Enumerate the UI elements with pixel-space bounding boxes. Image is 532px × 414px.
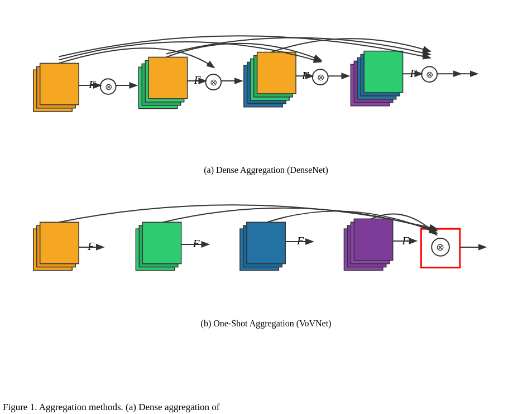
svg-text:F: F [402,234,410,247]
svg-text:F: F [301,69,309,81]
svg-text:F: F [87,240,95,252]
svg-text:⊗: ⊗ [436,242,444,253]
svg-text:⊗: ⊗ [105,82,112,92]
svg-text:F: F [296,234,304,247]
svg-text:F: F [193,237,200,249]
diagram-a: F ⊗ F ⊗ F [17,17,515,162]
svg-text:F: F [88,78,96,90]
svg-rect-21 [257,52,296,94]
caption-b: (b) One-Shot Aggregation (VoVNet) [17,319,515,329]
svg-text:F: F [409,67,417,79]
main-container: F ⊗ F ⊗ F [0,0,532,414]
svg-text:F: F [194,74,202,86]
svg-rect-40 [40,222,79,263]
svg-text:⊗: ⊗ [317,73,324,82]
diagram-b: F F F F [17,165,515,315]
svg-rect-2 [40,63,79,104]
svg-text:⊗: ⊗ [426,70,433,79]
svg-rect-50 [247,222,285,263]
svg-rect-45 [142,222,181,263]
svg-text:⊗: ⊗ [210,78,217,87]
svg-rect-11 [148,57,187,98]
figure-caption-text: Figure 1. Aggregation methods. (a) Dense… [3,402,220,412]
figure-caption: Figure 1. Aggregation methods. (a) Dense… [0,401,532,414]
svg-rect-31 [364,51,402,93]
svg-rect-56 [354,219,392,260]
